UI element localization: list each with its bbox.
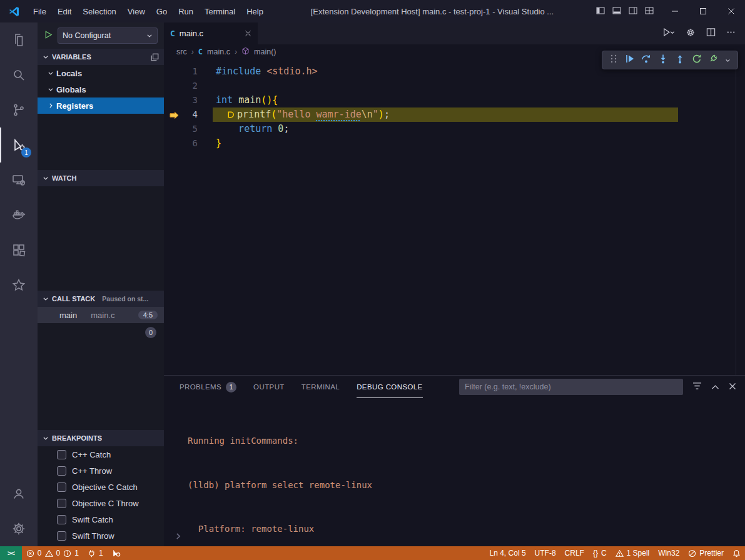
code-editor[interactable]: 1 #include <stdio.h> 2 3 int main(){ 4 — [164, 59, 745, 375]
breakpoint-checkbox[interactable] — [57, 482, 66, 492]
breakpoint-gutter[interactable]: 4 — [164, 108, 216, 122]
run-or-debug-icon[interactable] — [662, 28, 675, 39]
menu-selection[interactable]: Selection — [77, 4, 121, 19]
search-icon[interactable] — [0, 58, 38, 92]
split-editor-icon[interactable] — [706, 28, 716, 39]
toolbar-drag-grip-icon[interactable] — [609, 54, 618, 66]
more-actions-icon[interactable] — [726, 28, 736, 39]
breakpoint-checkbox[interactable] — [57, 531, 66, 541]
breakpoints-section-header[interactable]: BREAKPOINTS — [38, 430, 164, 446]
breakpoint-item[interactable]: Swift Throw — [38, 528, 164, 544]
tab-problems-label: PROBLEMS — [180, 383, 221, 391]
breakpoint-gutter[interactable]: 2 — [164, 79, 216, 93]
menu-run[interactable]: Run — [173, 4, 199, 19]
breakpoint-gutter[interactable]: 5 — [164, 122, 216, 136]
debug-status[interactable] — [108, 546, 125, 560]
ports-count: 1 — [99, 549, 103, 558]
breakpoint-checkbox[interactable] — [57, 466, 66, 476]
line-number: 2 — [193, 79, 198, 93]
callstack-section-header[interactable]: CALL STACK Paused on st... — [38, 291, 164, 307]
variables-scope-registers[interactable]: Registers — [38, 98, 164, 114]
menu-help[interactable]: Help — [241, 4, 269, 19]
tab-main-c[interactable]: C main.c — [164, 22, 258, 44]
breadcrumb-symbol[interactable]: main() — [254, 48, 276, 56]
variables-section-header[interactable]: VARIABLES — [38, 49, 164, 65]
debug-toolbar-chevron-icon[interactable] — [725, 54, 731, 66]
breakpoint-item[interactable]: C++ Catch — [38, 446, 164, 462]
close-panel-icon[interactable] — [729, 381, 736, 392]
extensions-icon[interactable] — [0, 232, 38, 268]
title-bar: File Edit Selection View Go Run Terminal… — [0, 0, 745, 22]
step-out-icon[interactable] — [675, 54, 685, 66]
menu-go[interactable]: Go — [151, 4, 173, 19]
problems-count-badge: 1 — [226, 382, 236, 392]
docker-icon[interactable] — [0, 198, 38, 232]
tab-close-icon[interactable] — [245, 29, 251, 39]
breakpoint-item[interactable]: C++ Throw — [38, 462, 164, 479]
ports-status[interactable]: 1 — [83, 546, 108, 560]
code-lines: 1 #include <stdio.h> 2 3 int main(){ 4 — [164, 64, 745, 151]
step-into-icon[interactable] — [658, 54, 668, 66]
explorer-icon[interactable] — [0, 22, 38, 58]
breadcrumb-separator: › — [235, 48, 237, 56]
breakpoint-checkbox[interactable] — [57, 499, 66, 508]
breadcrumb-file[interactable]: main.c — [207, 48, 230, 56]
tab-terminal[interactable]: TERMINAL — [302, 376, 340, 398]
remote-explorer-icon[interactable] — [0, 162, 38, 198]
toggle-panel-icon[interactable] — [612, 6, 622, 18]
menu-view[interactable]: View — [122, 4, 151, 19]
menu-edit[interactable]: Edit — [52, 4, 77, 19]
watch-section-header[interactable]: WATCH — [38, 170, 164, 186]
maximize-button[interactable] — [689, 0, 717, 22]
continue-icon[interactable] — [625, 54, 635, 66]
menu-file[interactable]: File — [28, 4, 52, 19]
toggle-sidebar-icon[interactable] — [595, 6, 606, 18]
stack-frame-row[interactable]: main main.c 4:5 — [38, 307, 164, 323]
breakpoint-checkbox[interactable] — [57, 450, 66, 459]
open-variables-view-icon[interactable] — [151, 53, 159, 61]
restart-icon[interactable] — [692, 54, 702, 66]
star-icon[interactable] — [0, 268, 38, 302]
breakpoint-item[interactable]: Swift Catch — [38, 511, 164, 528]
breakpoint-gutter[interactable]: 3 — [164, 93, 216, 108]
scope-label: Globals — [56, 85, 86, 94]
step-over-icon[interactable] — [641, 54, 651, 66]
inline-breakpoint-icon[interactable] — [227, 109, 235, 123]
remote-indicator[interactable]: >< — [0, 546, 22, 560]
tab-terminal-label: TERMINAL — [302, 383, 340, 391]
minimize-button[interactable] — [661, 0, 689, 22]
window-title: [Extension Development Host] main.c - te… — [269, 7, 595, 16]
account-icon[interactable] — [0, 476, 38, 511]
run-debug-icon[interactable]: 1 — [0, 128, 38, 162]
breakpoint-item[interactable]: Objective C Throw — [38, 495, 164, 511]
console-input-chevron-icon[interactable] — [175, 531, 182, 542]
breakpoint-checkbox[interactable] — [57, 515, 66, 524]
start-debug-play-icon[interactable] — [44, 30, 53, 41]
tab-output[interactable]: OUTPUT — [253, 376, 285, 398]
breakpoint-gutter[interactable]: 6 — [164, 136, 216, 151]
editor-settings-gear-icon[interactable] — [686, 28, 696, 40]
problems-status[interactable]: 0 0 1 — [22, 546, 83, 560]
code-line: 3 int main(){ — [164, 93, 745, 108]
filter-lines-icon[interactable] — [692, 381, 702, 392]
tab-debug-console[interactable]: DEBUG CONSOLE — [357, 376, 423, 398]
breadcrumb-src[interactable]: src — [176, 48, 187, 56]
breakpoint-item[interactable]: Objective C Catch — [38, 479, 164, 495]
frame-file: main.c — [91, 311, 114, 320]
breakpoint-gutter[interactable]: 1 — [164, 64, 216, 79]
variables-scope-globals[interactable]: Globals — [38, 81, 164, 98]
toggle-secondary-sidebar-icon[interactable] — [628, 6, 638, 18]
tab-problems[interactable]: PROBLEMS 1 — [180, 376, 236, 398]
close-button[interactable] — [717, 0, 745, 22]
maximize-panel-icon[interactable] — [711, 381, 719, 392]
variables-scope-locals[interactable]: Locals — [38, 65, 164, 81]
spell-warning-squiggle: wamr-ide — [317, 109, 362, 120]
source-control-icon[interactable] — [0, 92, 38, 128]
disconnect-icon[interactable] — [708, 54, 718, 66]
menu-terminal[interactable]: Terminal — [199, 4, 241, 19]
console-filter-input[interactable] — [465, 382, 677, 391]
launch-config-dropdown[interactable]: No Configurat — [58, 28, 158, 44]
launch-config-label: No Configurat — [63, 31, 111, 40]
settings-gear-icon[interactable] — [0, 511, 38, 546]
customize-layout-icon[interactable] — [644, 6, 654, 18]
